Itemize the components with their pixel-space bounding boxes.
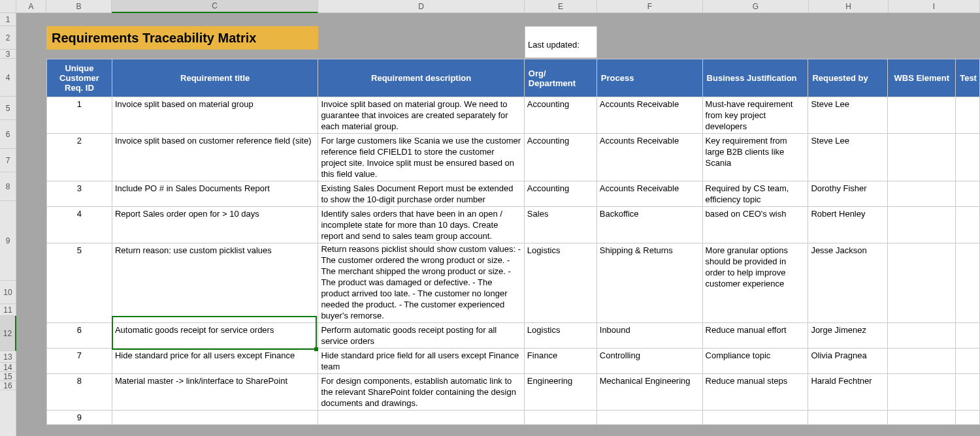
cell-org[interactable]: Accounting xyxy=(524,134,596,181)
cell-id[interactable]: 2 xyxy=(47,134,112,181)
col-header-H[interactable]: H xyxy=(809,0,889,13)
cell-desc[interactable]: Identify sales orders that have been in … xyxy=(318,207,524,243)
cell-wbs[interactable] xyxy=(888,181,956,207)
cell-process[interactable]: Accounts Receivable xyxy=(596,97,702,134)
th-process[interactable]: Process xyxy=(596,59,702,97)
cell-wbs[interactable] xyxy=(888,134,956,181)
cell-bj[interactable]: based on CEO's wish xyxy=(702,207,808,243)
cell-org[interactable]: Accounting xyxy=(524,181,596,207)
row-header-8[interactable]: 8 xyxy=(0,172,16,201)
cell-test[interactable] xyxy=(956,374,980,411)
cell-test[interactable] xyxy=(956,181,980,207)
col-header-D[interactable]: D xyxy=(318,0,525,13)
cell-title[interactable]: Return reason: use custom picklist value… xyxy=(112,243,318,323)
cell-title[interactable]: Report Sales order open for > 10 days xyxy=(112,207,318,243)
cell-desc[interactable]: Return reasons picklist should show cust… xyxy=(318,243,524,323)
requirements-table[interactable]: Unique Customer Req. ID Requirement titl… xyxy=(46,59,980,425)
th-id[interactable]: Unique Customer Req. ID xyxy=(47,59,112,97)
cell-title[interactable]: Material master -> link/interface to Sha… xyxy=(112,374,318,411)
col-header-I[interactable]: I xyxy=(889,0,980,13)
cell-org[interactable]: Sales xyxy=(524,207,596,243)
cell-bj[interactable]: Must-have requirement from key project d… xyxy=(702,97,808,134)
col-header-B[interactable]: B xyxy=(46,0,112,13)
th-org[interactable]: Org/ Department xyxy=(524,59,596,97)
select-all-corner[interactable] xyxy=(0,0,16,13)
cell-process[interactable]: Backoffice xyxy=(596,207,702,243)
th-test[interactable]: Test xyxy=(956,59,980,97)
cell-org[interactable]: Logistics xyxy=(524,243,596,323)
cell-id[interactable]: 4 xyxy=(47,207,112,243)
row-header-13[interactable]: 13 xyxy=(0,351,16,363)
col-header-C[interactable]: C xyxy=(112,0,318,13)
cell-id[interactable]: 7 xyxy=(47,349,112,374)
cell-org[interactable]: Logistics xyxy=(524,323,596,349)
cell-bj[interactable]: More granular options should be provided… xyxy=(702,243,808,323)
cell-wbs[interactable] xyxy=(888,411,956,425)
cell-desc[interactable]: Hide standard price field for all users … xyxy=(318,349,524,374)
cell-bj[interactable]: Key requirement from large B2B clients l… xyxy=(702,134,808,181)
cell-wbs[interactable] xyxy=(888,323,956,349)
cell-by[interactable]: Jorge Jimenez xyxy=(808,323,888,349)
cell-wbs[interactable] xyxy=(888,374,956,411)
row-header-14[interactable]: 14 xyxy=(0,363,16,372)
th-wbs[interactable]: WBS Element xyxy=(888,59,956,97)
cell-by[interactable]: Olivia Pragnea xyxy=(808,349,888,374)
cell-id[interactable]: 8 xyxy=(47,374,112,411)
cell-by[interactable]: Jesse Jackson xyxy=(808,243,888,323)
cell-desc[interactable]: For design components, establish automat… xyxy=(318,374,524,411)
row-header-4[interactable]: 4 xyxy=(0,59,16,97)
cell-by[interactable] xyxy=(808,411,888,425)
row-header-2[interactable]: 2 xyxy=(0,26,16,50)
cell-process[interactable]: Accounts Receivable xyxy=(596,134,702,181)
cell-bj[interactable]: Reduce manual effort xyxy=(702,323,808,349)
th-by[interactable]: Requested by xyxy=(808,59,888,97)
cell-desc[interactable]: Perform automatic goods receipt posting … xyxy=(318,323,524,349)
cell-test[interactable] xyxy=(956,207,980,243)
cell-process[interactable]: Inbound xyxy=(596,323,702,349)
cell-wbs[interactable] xyxy=(888,207,956,243)
cell-title[interactable]: Automatic goods receipt for service orde… xyxy=(112,323,318,349)
cell-title[interactable]: Include PO # in Sales Documents Report xyxy=(112,181,318,207)
cell-test[interactable] xyxy=(956,411,980,425)
row-header-15[interactable]: 15 xyxy=(0,372,16,381)
th-desc[interactable]: Requirement description xyxy=(318,59,524,97)
row-header-1[interactable]: 1 xyxy=(0,13,16,26)
row-header-11[interactable]: 11 xyxy=(0,304,16,316)
col-header-A[interactable]: A xyxy=(16,0,46,13)
cell-process[interactable]: Controlling xyxy=(596,349,702,374)
row-header-5[interactable]: 5 xyxy=(0,97,16,120)
cell-title[interactable]: Invoice split based on material group xyxy=(112,97,318,134)
cell-process[interactable]: Accounts Receivable xyxy=(596,181,702,207)
cell-org[interactable]: Accounting xyxy=(524,97,596,134)
cell-id[interactable]: 5 xyxy=(47,243,112,323)
cell-process[interactable]: Shipping & Returns xyxy=(596,243,702,323)
cell-test[interactable] xyxy=(956,134,980,181)
cell-org[interactable]: Engineering xyxy=(524,374,596,411)
cell-test[interactable] xyxy=(956,243,980,323)
row-header-6[interactable]: 6 xyxy=(0,120,16,149)
th-title[interactable]: Requirement title xyxy=(112,59,318,97)
cell-bj[interactable]: Compliance topic xyxy=(702,349,808,374)
col-header-E[interactable]: E xyxy=(525,0,597,13)
cell-test[interactable] xyxy=(956,349,980,374)
cell-test[interactable] xyxy=(956,97,980,134)
cell-desc[interactable]: Invoice split based on material group. W… xyxy=(318,97,524,134)
cell-title[interactable]: Invoice split based on customer referenc… xyxy=(112,134,318,181)
cell-title[interactable]: Hide standard price for all users except… xyxy=(112,349,318,374)
row-header-3[interactable]: 3 xyxy=(0,50,16,59)
cell-by[interactable]: Robert Henley xyxy=(808,207,888,243)
cell-org[interactable]: Finance xyxy=(524,349,596,374)
cell-title[interactable] xyxy=(112,411,318,425)
sheet-area[interactable]: Requirements Traceability Matrix Last up… xyxy=(16,13,980,436)
row-header-16[interactable]: 16 xyxy=(0,381,16,390)
row-header-12[interactable]: 12 xyxy=(0,316,16,351)
cell-wbs[interactable] xyxy=(888,349,956,374)
cell-id[interactable]: 3 xyxy=(47,181,112,207)
row-header-9[interactable]: 9 xyxy=(0,201,16,281)
cell-bj[interactable]: Reduce manual steps xyxy=(702,374,808,411)
col-header-F[interactable]: F xyxy=(597,0,703,13)
cell-org[interactable] xyxy=(524,411,596,425)
cell-desc[interactable]: Existing Sales Document Report must be e… xyxy=(318,181,524,207)
cell-bj[interactable] xyxy=(702,411,808,425)
cell-by[interactable]: Steve Lee xyxy=(808,134,888,181)
